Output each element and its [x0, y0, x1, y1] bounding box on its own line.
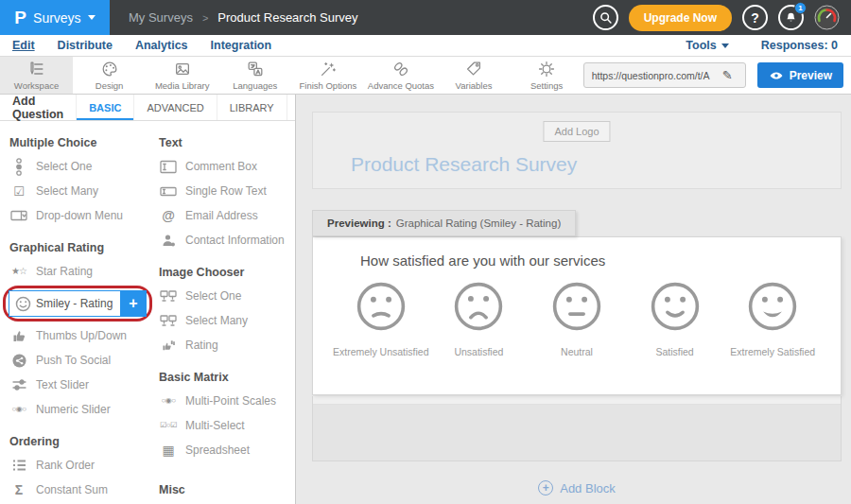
rating-extremely-unsatisfied[interactable]: Extremely Unsatisfied [332, 281, 430, 357]
qtype-dropdown-menu[interactable]: Drop-down Menu [9, 203, 159, 228]
section-graphical-rating: Graphical Rating [9, 241, 159, 254]
qtype-comment-box[interactable]: Comment Box [159, 154, 291, 179]
questionpro-p-icon: P [14, 8, 26, 28]
preview-button[interactable]: Preview [757, 62, 843, 88]
upgrade-now-button[interactable]: Upgrade Now [629, 5, 732, 31]
smiley-frown-icon [453, 281, 504, 332]
qtype-multi-select[interactable]: ☑○☑ Multi-Select [159, 413, 291, 438]
radio-stack-icon [9, 158, 28, 176]
qtype-select-many[interactable]: ☑ Select Many [9, 179, 159, 203]
empty-block-area[interactable] [312, 396, 842, 461]
rating-neutral[interactable]: Neutral [528, 281, 626, 357]
tab-integration[interactable]: Integration [211, 39, 272, 52]
previewing-label: Previewing : [327, 217, 391, 229]
smiley-scale: Extremely Unsatisfied Unsatisfied Neutra… [332, 281, 822, 357]
toolbar-variables[interactable]: Variables [437, 57, 510, 94]
panel-title: Add Question [0, 95, 77, 120]
add-block-button[interactable]: + Add Block [312, 480, 842, 495]
thumb-icon [9, 328, 28, 343]
survey-canvas: Add Logo Product Research Survey Preview… [296, 95, 851, 504]
section-ordering: Ordering [9, 435, 159, 448]
qtype-numeric-slider[interactable]: ○◉○ Numeric Slider [9, 397, 159, 422]
qtype-email-address[interactable]: @ Email Address [159, 203, 291, 228]
smiley-smile-icon [650, 281, 701, 332]
qtype-multi-point-scales[interactable]: ○◉○ Multi-Point Scales [159, 389, 291, 413]
rating-unsatisfied[interactable]: Unsatisfied [430, 281, 529, 357]
qtype-star-rating[interactable]: ★☆ Star Rating [9, 259, 159, 284]
dropdown-icon [9, 210, 28, 221]
qtype-single-row-text[interactable]: Single Row Text [159, 179, 291, 203]
palette-icon [100, 60, 119, 78]
qtype-thumbs-up-down[interactable]: Thumbs Up/Down [9, 323, 159, 348]
question-mark-icon: ? [751, 10, 759, 26]
qtype-smiley-rating[interactable]: Smiley - Rating + [9, 290, 147, 317]
person-icon [159, 234, 178, 248]
chevron-down-icon [88, 15, 96, 20]
survey-header-card[interactable]: Add Logo Product Research Survey [312, 112, 842, 189]
edit-url-icon[interactable]: ✎ [722, 68, 738, 82]
dual-screen-icon [159, 315, 178, 327]
toolbar-advance-quotas[interactable]: Advance Quotas [364, 57, 437, 94]
survey-url-group: ✎ [583, 62, 746, 88]
qtype-constant-sum[interactable]: Σ Constant Sum [9, 478, 159, 502]
dual-screen-icon [159, 290, 178, 303]
eye-icon [769, 70, 784, 81]
avatar-gauge-icon [814, 5, 840, 30]
chain-links-icon [391, 60, 410, 78]
tools-dropdown[interactable]: Tools [686, 39, 728, 52]
question-preview-card[interactable]: How satisfied are you with our services … [312, 236, 842, 395]
help-button[interactable]: ? [742, 5, 768, 30]
rank-list-icon [9, 459, 28, 472]
section-basic-matrix: Basic Matrix [159, 371, 291, 384]
questionpro-logo[interactable]: P Surveys [0, 0, 110, 35]
survey-url-input[interactable] [584, 70, 722, 81]
product-label: Surveys [33, 10, 81, 26]
add-smiley-rating-button[interactable]: + [120, 290, 146, 317]
qtype-image-select-many[interactable]: Select Many [159, 308, 291, 333]
qtype-spreadsheet[interactable]: ▦ Spreadsheet [159, 438, 291, 462]
question-text: How satisfied are you with our services [360, 252, 605, 269]
survey-title[interactable]: Product Research Survey [351, 153, 577, 176]
toolbar-workspace[interactable]: Workspace [0, 57, 73, 94]
tab-advanced[interactable]: ADVANCED [134, 95, 217, 120]
qtype-push-to-social[interactable]: Push To Social [9, 348, 159, 373]
section-text: Text [159, 136, 291, 149]
previewing-value: Graphical Rating (Smiley - Rating) [396, 217, 561, 229]
smiley-rating-annotation-circle: Smiley - Rating + [3, 286, 152, 322]
toolbar-settings[interactable]: Settings [511, 57, 583, 94]
rating-extremely-satisfied[interactable]: Extremely Satisfied [723, 281, 822, 357]
breadcrumb-current: Product Research Survey [217, 10, 357, 25]
section-multiple-choice: Multiple Choice [9, 136, 159, 149]
tab-distribute[interactable]: Distribute [58, 39, 113, 52]
rating-satisfied[interactable]: Satisfied [626, 281, 724, 357]
responses-count[interactable]: Responses: 0 [761, 39, 838, 52]
qtype-text-slider[interactable]: Text Slider [9, 373, 159, 397]
tab-analytics[interactable]: Analytics [135, 39, 188, 52]
close-panel-button[interactable]: ✕ [287, 95, 296, 120]
qtype-contact-information[interactable]: Contact Information [159, 228, 291, 252]
qtype-rank-order[interactable]: Rank Order [9, 453, 159, 478]
breadcrumb: My Surveys > Product Research Survey [129, 10, 357, 25]
toolbar-finish-options[interactable]: Finish Options [291, 57, 364, 94]
breadcrumb-separator: > [202, 12, 208, 24]
thumbs-rating-icon [159, 339, 178, 352]
toolbar-languages[interactable]: Languages [218, 57, 291, 94]
comment-box-icon [159, 160, 178, 174]
search-button[interactable] [593, 5, 618, 30]
qtype-image-select-one[interactable]: Select One [159, 284, 291, 308]
toolbar: Workspace Design Media Library Languages [0, 57, 851, 95]
tab-edit[interactable]: Edit [12, 39, 35, 52]
notifications-button[interactable]: 1 [778, 5, 804, 30]
tab-library[interactable]: LIBRARY [217, 95, 287, 120]
qtype-image-rating[interactable]: Rating [159, 333, 291, 357]
at-icon: @ [159, 209, 178, 222]
toolbar-media-library[interactable]: Media Library [146, 57, 218, 94]
toolbar-design[interactable]: Design [73, 57, 146, 94]
breadcrumb-parent[interactable]: My Surveys [129, 10, 193, 25]
qtype-select-one[interactable]: Select One [9, 154, 159, 179]
tab-basic[interactable]: BASIC [77, 95, 134, 120]
search-icon [599, 10, 613, 25]
share-icon [9, 354, 28, 368]
add-logo-button[interactable]: Add Logo [543, 121, 610, 142]
avatar[interactable] [814, 5, 840, 30]
